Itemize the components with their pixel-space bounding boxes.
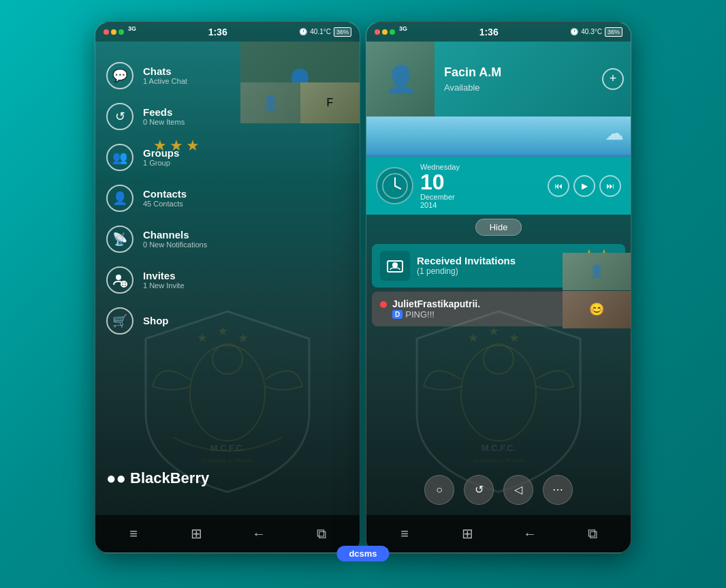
blackberry-logo: ●● BlackBerry [106,469,209,488]
status-left-right: 3G [375,29,407,35]
avatar-photo: 👤 [366,42,435,117]
svg-point-7 [116,275,121,280]
svg-line-20 [395,186,400,189]
media-next-button[interactable]: ⏭ [599,175,621,197]
invites-text: Invites 1 New Invite [143,270,185,290]
notification-badge: D [392,310,403,319]
network-3g-right: 3G [399,25,407,32]
phone-right: 3G 1:36 🕐 40.3°C 36% ★ ★ [366,22,631,553]
left-phone-content: ★ ★ ★ M.C.F.C. Superbia In Proelio 👤 [95,42,360,553]
nav-back-right[interactable]: ← [516,520,543,547]
dot-red [104,29,109,35]
temperature-left: 40.1°C [310,28,331,35]
contacts-title: Contacts [143,188,187,200]
chats-icon: 💬 [106,62,133,89]
nav-windows-right[interactable]: ⧉ [579,520,606,547]
feeds-text: Feeds 0 New Items [143,106,185,126]
thumb-1: 👤 [240,82,300,123]
menu-item-invites[interactable]: Invites 1 New Invite [95,260,360,300]
clock-face [376,167,413,204]
svg-text:★: ★ [468,331,479,345]
dcsms-badge: dcsms [336,546,389,561]
profile-name: Facin A.M [444,65,621,80]
menu-item-shop[interactable]: 🛒 Shop [95,300,360,341]
date-info: Wednesday 10 December 2014 [420,163,460,209]
dot-yellow [111,29,116,35]
right-phone-content: ★ ★ ★ M.C.F.C. Superbia In Proelio 👤 Fac… [366,42,631,553]
dot-green [119,29,124,35]
invites-icon [106,266,133,294]
nav-menu-left[interactable]: ≡ [120,520,147,547]
date-time-widget: Wednesday 10 December 2014 ⏮ ▶ ⏭ [366,157,631,215]
hide-button[interactable]: Hide [475,219,522,236]
profile-header: 👤 Facin A.M Available + [366,42,631,117]
contacts-subtitle: 45 Contacts [143,200,187,208]
scroll-btn-1[interactable]: ○ [424,475,454,505]
invitations-subtitle: (1 pending) [417,266,516,276]
contacts-icon: 👤 [106,185,133,212]
invitations-title: Received Invitations [417,255,516,266]
feeds-title: Feeds [143,106,185,118]
scroll-btn-2[interactable]: ↺ [464,475,494,505]
svg-point-22 [392,262,398,268]
status-right-left: 🕐 40.1°C 36% [299,27,351,37]
menu-item-contacts[interactable]: 👤 Contacts 45 Contacts [95,178,360,219]
scroll-btn-3[interactable]: ◁ [503,475,533,505]
chats-subtitle: 1 Active Chat [143,77,187,85]
temperature-right: 40.3°C [581,28,602,35]
media-play-button[interactable]: ▶ [573,175,595,197]
profile-photo-area: 👤 👤 F [240,42,360,123]
feeds-subtitle: 0 New Items [143,118,185,126]
date-section: Wednesday 10 December 2014 [376,163,460,209]
status-time-left: 1:36 [208,27,227,37]
media-controls: ⏮ ▶ ⏭ [548,175,621,197]
svg-point-12 [484,344,514,374]
dot-yellow-right [382,29,388,35]
menu-item-groups[interactable]: 👥 Groups 1 Group [95,137,360,178]
invitation-icon [380,251,410,281]
bb-text: BlackBerry [130,469,209,487]
channels-icon: 📡 [106,226,133,253]
shop-text: Shop [143,315,169,326]
sky-strip: ☁ [366,117,631,157]
scroll-btn-4[interactable]: ⋯ [543,475,573,505]
stars-decoration-left: ★ ★ ★ [153,137,200,155]
groups-subtitle: 1 Group [143,159,179,167]
chats-text: Chats 1 Active Chat [143,65,187,85]
date-number: 10 [420,171,460,193]
nav-windows-left[interactable]: ⧉ [308,520,335,547]
right-thumb-col: 👤 😊 [563,253,631,328]
nav-menu-right[interactable]: ≡ [391,520,418,547]
shop-icon: 🛒 [106,307,133,335]
menu-item-channels[interactable]: 📡 Channels 0 New Notifications [95,219,360,260]
profile-info: Facin A.M Available [435,42,631,117]
date-year: 2014 [420,201,460,209]
star-3: ★ [186,137,200,155]
nav-back-left[interactable]: ← [245,520,272,547]
nav-grid-left[interactable]: ⊞ [183,520,210,547]
dot-green-right [390,29,395,35]
status-bar-left: 3G 1:36 🕐 40.1°C 36% [95,22,360,42]
nav-grid-right[interactable]: ⊞ [454,520,481,547]
battery-left: 36% [334,27,351,37]
profile-avatar: 👤 [366,42,435,117]
hide-button-area: Hide [366,215,631,240]
clock-icon-right: 🕐 [570,28,578,35]
svg-point-11 [461,345,536,441]
profile-add-button[interactable]: + [602,68,624,90]
bottom-nav-right: ≡ ⊞ ← ⧉ [366,515,631,553]
invites-title: Invites [143,270,185,281]
invitations-text: Received Invitations (1 pending) [417,255,516,276]
scroll-buttons-right: ○ ↺ ◁ ⋯ [366,469,631,510]
svg-text:★: ★ [509,331,520,345]
channels-subtitle: 0 New Notifications [143,241,207,249]
thumb-right-1: 👤 [563,253,631,290]
profile-status: Available [444,82,621,93]
media-prev-button[interactable]: ⏮ [548,175,569,197]
status-bar-right: 3G 1:36 🕐 40.3°C 36% [366,22,631,42]
contacts-text: Contacts 45 Contacts [143,188,187,208]
channels-text: Channels 0 New Notifications [143,229,207,249]
notification-sender: JulietFrastikaputrii. [392,298,586,309]
status-dots [104,29,124,35]
date-month: December [420,193,460,201]
